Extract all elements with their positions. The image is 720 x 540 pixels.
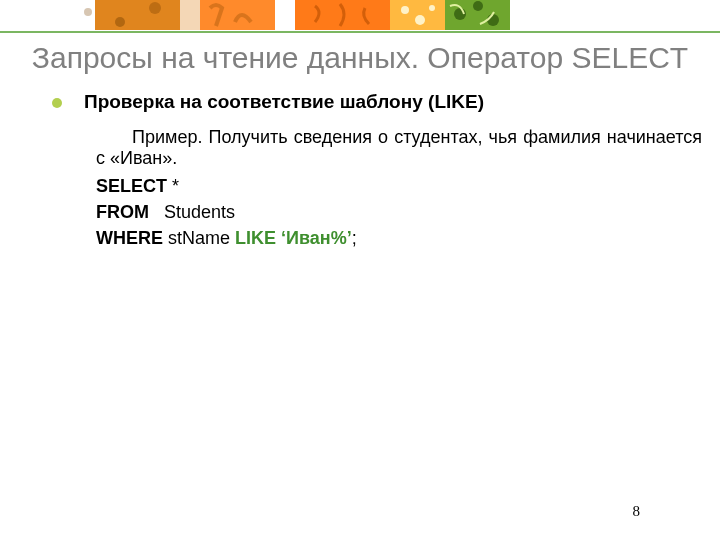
svg-point-11 [84,8,92,16]
slide-title: Запросы на чтение данных. Оператор SELEC… [13,39,708,77]
bullet-icon [52,98,62,108]
sql-select-line: SELECT * [96,173,702,199]
svg-rect-0 [0,0,95,30]
bullet-heading-row: Проверка на соответствие шаблону (LIKE) [52,91,702,113]
svg-point-10 [149,2,161,14]
sql-from-line: FROM Students [96,199,702,225]
from-keyword: FROM [96,202,149,222]
slide-body: Проверка на соответствие шаблону (LIKE) … [96,91,702,251]
where-column: stName [168,228,230,248]
page-number: 8 [633,503,641,520]
like-keyword: LIKE [235,228,276,248]
select-columns: * [172,176,179,196]
sql-terminator: ; [352,228,357,248]
svg-point-15 [454,8,466,20]
svg-point-12 [401,6,409,14]
svg-rect-8 [510,0,720,30]
banner-strip [0,0,720,30]
header-rule [0,31,720,33]
sql-where-line: WHERE stName LIKE ‘Иван%’; [96,225,702,251]
example-text: Пример. Получить сведения о студентах, ч… [96,127,702,169]
select-keyword: SELECT [96,176,167,196]
example-block: Пример. Получить сведения о студентах, ч… [96,127,702,169]
sql-snippet: SELECT * FROM Students WHERE stName LIKE… [96,173,702,251]
svg-rect-1 [95,0,180,30]
svg-point-9 [115,17,125,27]
banner-art [0,0,720,30]
like-pattern: ‘Иван%’ [281,228,352,248]
svg-point-14 [429,5,435,11]
where-keyword: WHERE [96,228,163,248]
svg-rect-4 [275,0,295,30]
section-heading: Проверка на соответствие шаблону (LIKE) [84,91,484,113]
svg-point-13 [415,15,425,25]
svg-rect-6 [390,0,445,30]
svg-rect-2 [180,0,200,30]
from-table: Students [164,202,235,222]
svg-point-16 [473,1,483,11]
